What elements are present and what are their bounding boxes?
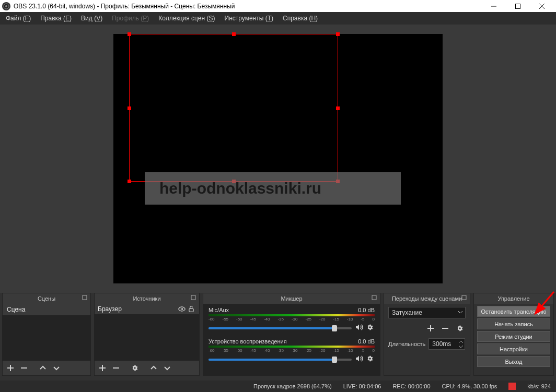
- add-scene-button[interactable]: [5, 362, 16, 374]
- scene-down-button[interactable]: [51, 362, 62, 374]
- status-live-time: LIVE: 00:04:06: [343, 383, 381, 389]
- preview-area[interactable]: help-odnoklassniki.ru: [0, 25, 556, 293]
- preview-canvas[interactable]: help-odnoklassniki.ru: [113, 34, 443, 283]
- watermark-overlay: help-odnoklassniki.ru: [145, 172, 401, 205]
- status-cpu-fps: CPU: 4.9%, 30.00 fps: [442, 383, 497, 389]
- visibility-toggle-icon[interactable]: [177, 305, 187, 313]
- mixer-channel: Устройство воспроизведения 0.0 dB -60-55…: [209, 338, 375, 364]
- svg-point-11: [181, 308, 183, 310]
- transitions-body: Затухание Длительность 300ms: [384, 304, 470, 375]
- remove-source-button[interactable]: [110, 362, 122, 374]
- source-properties-button[interactable]: [129, 362, 141, 374]
- svg-rect-6: [83, 295, 87, 300]
- chevron-down-icon: [458, 309, 463, 316]
- popout-icon[interactable]: [82, 295, 88, 301]
- remove-scene-button[interactable]: [18, 362, 30, 374]
- mixer-channel-name: Mic/Aux: [209, 307, 229, 313]
- controls-dock: Управление Остановить трансляцию Начать …: [473, 293, 554, 376]
- svg-rect-17: [462, 295, 466, 300]
- sources-dock-header[interactable]: Источники: [95, 293, 199, 304]
- channel-settings-icon[interactable]: [366, 324, 375, 332]
- svg-rect-3: [516, 4, 520, 8]
- sources-dock: Источники Браузер: [94, 293, 200, 376]
- mixer-channel-db: 0.0 dB: [358, 307, 375, 313]
- remove-transition-button[interactable]: [439, 323, 451, 334]
- status-dropped-frames: Пропуск кадров 2698 (64.7%): [253, 383, 332, 389]
- source-up-button[interactable]: [148, 362, 159, 374]
- source-item[interactable]: Браузер: [95, 304, 199, 314]
- app-logo-icon: [2, 2, 10, 10]
- window-title: OBS 23.1.0 (64-bit, windows) - Профиль: …: [14, 3, 482, 10]
- controls-dock-title: Управление: [497, 295, 529, 302]
- source-down-button[interactable]: [161, 362, 173, 374]
- transition-type-combo[interactable]: Затухание: [388, 307, 466, 318]
- volume-meter: [209, 314, 375, 316]
- volume-meter: [209, 346, 375, 348]
- menu-edit[interactable]: Правка (E): [36, 13, 76, 23]
- menu-tools[interactable]: Инструменты (T): [220, 13, 279, 23]
- menu-profile[interactable]: Профиль (P): [107, 13, 154, 23]
- mixer-dock-header[interactable]: Микшер: [203, 293, 380, 304]
- sources-list[interactable]: Браузер: [95, 304, 199, 361]
- maximize-button[interactable]: [506, 0, 530, 12]
- mixer-dock-title: Микшер: [281, 295, 302, 302]
- scenes-dock-header[interactable]: Сцены: [3, 293, 90, 304]
- statusbar: Пропуск кадров 2698 (64.7%) LIVE: 00:04:…: [0, 381, 556, 392]
- mixer-body: Mic/Aux 0.0 dB -60-55-50-45-40-35-30-25-…: [203, 304, 380, 375]
- popout-icon[interactable]: [191, 295, 197, 301]
- mixer-channel-db: 0.0 dB: [358, 338, 375, 345]
- menu-view[interactable]: Вид (V): [76, 13, 107, 23]
- menubar: Файл (F) Правка (E) Вид (V) Профиль (P) …: [0, 12, 556, 25]
- controls-body: Остановить трансляцию Начать запись Режи…: [474, 304, 553, 375]
- volume-slider[interactable]: [209, 359, 352, 361]
- sources-dock-title: Источники: [133, 295, 160, 302]
- scenes-dock: Сцены Сцена: [2, 293, 91, 376]
- add-source-button[interactable]: [97, 362, 108, 374]
- duration-label: Длительность: [388, 341, 425, 347]
- add-transition-button[interactable]: [425, 323, 436, 334]
- source-selection-box[interactable]: [129, 34, 338, 182]
- docks-row: Сцены Сцена Источники Браузер: [0, 293, 556, 376]
- menu-help[interactable]: Справка (H): [278, 13, 322, 23]
- sources-toolbar: [95, 361, 199, 375]
- scene-up-button[interactable]: [37, 362, 49, 374]
- mixer-channel-name: Устройство воспроизведения: [209, 338, 287, 345]
- popout-icon[interactable]: [461, 295, 468, 301]
- transitions-dock-header[interactable]: Переходы между сценами: [384, 293, 470, 304]
- settings-button[interactable]: Настройки: [477, 343, 550, 354]
- spinner-up-icon[interactable]: [458, 340, 464, 344]
- studio-mode-button[interactable]: Режим студии: [477, 331, 550, 342]
- svg-point-1: [5, 5, 7, 7]
- meter-ticks: -60-55-50-45-40-35-30-25-20-15-10-50: [209, 348, 375, 353]
- transitions-dock-title: Переходы между сценами: [392, 295, 462, 302]
- exit-button[interactable]: Выход: [477, 356, 550, 367]
- scenes-dock-title: Сцены: [38, 295, 55, 302]
- spinner-down-icon[interactable]: [458, 345, 464, 349]
- transition-settings-button[interactable]: [454, 323, 466, 334]
- status-bitrate: kb/s: 924: [527, 383, 551, 389]
- scenes-toolbar: [3, 361, 90, 375]
- svg-rect-16: [372, 295, 376, 300]
- lock-toggle-icon[interactable]: [187, 305, 196, 313]
- stop-stream-button[interactable]: Остановить трансляцию: [477, 306, 550, 317]
- transitions-dock: Переходы между сценами Затухание Длитель…: [384, 293, 470, 376]
- duration-spinner[interactable]: 300ms: [428, 338, 465, 350]
- mixer-channel: Mic/Aux 0.0 dB -60-55-50-45-40-35-30-25-…: [209, 307, 375, 333]
- scene-item[interactable]: Сцена: [3, 304, 90, 315]
- status-indicator-icon: [508, 383, 516, 390]
- scenes-list[interactable]: Сцена: [3, 304, 90, 361]
- menu-file[interactable]: Файл (F): [1, 13, 36, 23]
- volume-slider[interactable]: [209, 327, 352, 329]
- speaker-icon[interactable]: [355, 323, 363, 333]
- close-button[interactable]: [530, 0, 554, 12]
- status-rec-time: REC: 00:00:00: [392, 383, 430, 389]
- popout-icon[interactable]: [372, 295, 378, 301]
- watermark-text: help-odnoklassniki.ru: [159, 180, 321, 197]
- minimize-button[interactable]: [482, 0, 506, 12]
- controls-dock-header[interactable]: Управление: [474, 293, 553, 304]
- titlebar: OBS 23.1.0 (64-bit, windows) - Профиль: …: [0, 0, 556, 12]
- channel-settings-icon[interactable]: [366, 355, 375, 364]
- menu-scene-collection[interactable]: Коллекция сцен (S): [154, 13, 219, 23]
- speaker-icon[interactable]: [355, 354, 363, 364]
- start-record-button[interactable]: Начать запись: [477, 318, 550, 329]
